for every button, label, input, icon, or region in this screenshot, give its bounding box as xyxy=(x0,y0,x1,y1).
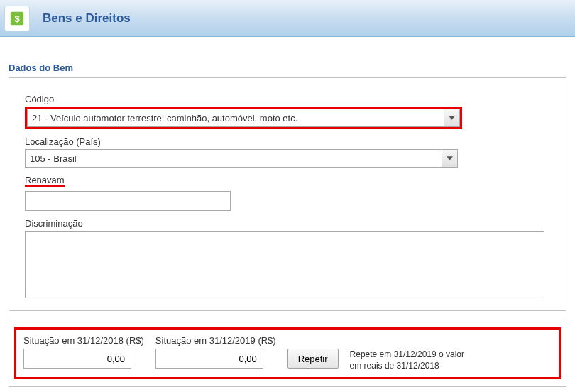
situation-2019-label: Situação em 31/12/2019 (R$) xyxy=(155,335,276,346)
situation-2018-label: Situação em 31/12/2018 (R$) xyxy=(23,335,144,346)
situation-2018: Situação em 31/12/2018 (R$) xyxy=(23,335,144,369)
section-divider xyxy=(9,310,566,320)
field-discriminacao: Discriminação xyxy=(25,218,550,300)
section-title: Dados do Bem xyxy=(0,62,575,73)
localizacao-select[interactable] xyxy=(25,149,458,168)
page-title: Bens e Direitos xyxy=(43,11,131,26)
localizacao-label: Localização (País) xyxy=(25,136,550,147)
localizacao-dropdown-button[interactable] xyxy=(442,149,458,168)
situation-section: Situação em 31/12/2018 (R$) Situação em … xyxy=(9,320,566,386)
situation-2018-input[interactable] xyxy=(23,349,131,369)
page-header: $ Bens e Direitos xyxy=(0,0,575,37)
situation-2019-input[interactable] xyxy=(155,349,263,369)
field-codigo: Código xyxy=(25,94,550,129)
field-localizacao: Localização (País) xyxy=(25,136,550,168)
codigo-input[interactable] xyxy=(27,109,444,127)
codigo-highlight xyxy=(25,107,462,129)
discriminacao-label: Discriminação xyxy=(25,218,550,229)
content-area: Dados do Bem Código Localização (País) xyxy=(0,37,575,387)
discriminacao-input[interactable] xyxy=(25,231,544,298)
form-panel: Código Localização (País) R xyxy=(9,77,566,387)
renavam-highlight: Renavam xyxy=(25,175,65,187)
situation-2019: Situação em 31/12/2019 (R$) xyxy=(155,335,276,369)
repeat-description: Repete em 31/12/2019 o valor em reais de… xyxy=(350,349,471,371)
chevron-down-icon xyxy=(447,156,453,160)
repeat-button[interactable]: Repetir xyxy=(288,349,339,369)
field-renavam: Renavam xyxy=(25,175,550,211)
codigo-label: Código xyxy=(25,94,550,104)
svg-text:$: $ xyxy=(14,13,19,23)
svg-marker-3 xyxy=(447,156,453,160)
renavam-input[interactable] xyxy=(25,191,231,211)
money-icon: $ xyxy=(9,11,25,26)
chevron-down-icon xyxy=(449,116,455,120)
svg-marker-2 xyxy=(449,116,455,119)
situation-highlight: Situação em 31/12/2018 (R$) Situação em … xyxy=(14,327,561,379)
codigo-select[interactable] xyxy=(27,109,460,127)
codigo-dropdown-button[interactable] xyxy=(444,109,460,127)
renavam-label: Renavam xyxy=(25,175,65,185)
localizacao-input[interactable] xyxy=(25,149,442,168)
page-icon-box: $ xyxy=(4,6,30,31)
